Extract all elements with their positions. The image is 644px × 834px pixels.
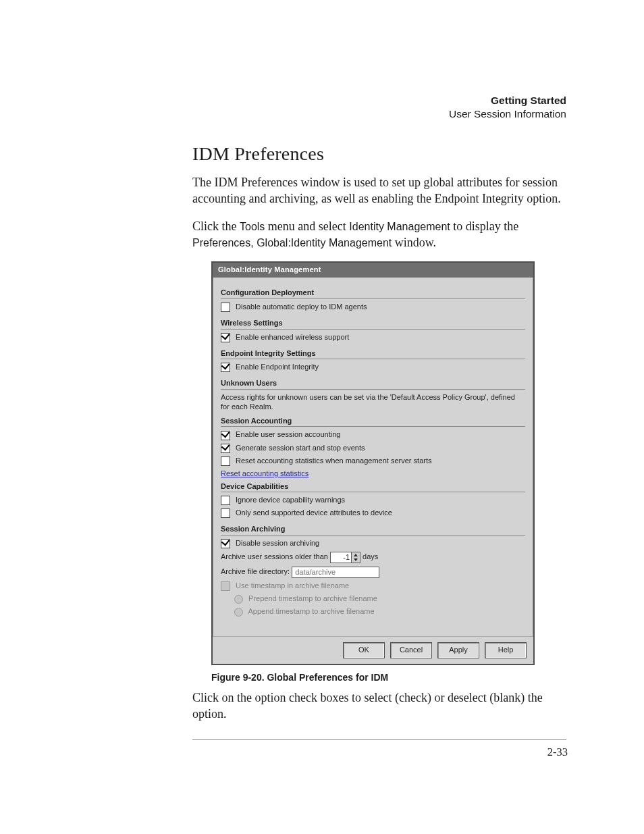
window-name-label: Preferences, Global:Identity Management xyxy=(192,237,392,249)
figure-caption: Figure 9-20. Global Preferences for IDM xyxy=(211,672,566,683)
checkbox-label: Only send supported device attributes to… xyxy=(236,509,392,517)
label-days: days xyxy=(363,553,378,561)
header-section: User Session Information xyxy=(192,108,566,120)
link-reset-accounting-statistics[interactable]: Reset accounting statistics xyxy=(221,469,308,477)
page-title: IDM Preferences xyxy=(192,143,566,165)
input-archive-directory[interactable]: data/archive xyxy=(292,567,379,578)
checkbox-label: Use timestamp in archive filename xyxy=(236,581,349,590)
group-wireless-settings: Wireless Settings xyxy=(221,319,525,330)
page-number: 2-33 xyxy=(192,746,568,759)
group-unknown-users: Unknown Users xyxy=(221,379,525,390)
group-session-accounting: Session Accounting xyxy=(221,417,525,427)
cancel-button[interactable]: Cancel xyxy=(390,642,432,658)
checkbox-disable-auto-deploy[interactable] xyxy=(221,303,230,312)
closing-paragraph: Click on the option check boxes to selec… xyxy=(192,689,566,723)
checkbox-only-supported-attributes[interactable] xyxy=(221,509,230,518)
help-button[interactable]: Help xyxy=(485,642,527,658)
dialog-titlebar: Global:Identity Management xyxy=(213,263,533,278)
intro-paragraph-1: The IDM Preferences window is used to se… xyxy=(192,174,566,207)
checkbox-label: Reset accounting statistics when managem… xyxy=(236,457,431,465)
checkbox-enable-wireless[interactable] xyxy=(221,333,230,342)
checkbox-label: Generate session start and stop events xyxy=(236,444,365,452)
footer-rule xyxy=(192,739,566,740)
checkbox-label: Disable session archiving xyxy=(236,539,319,547)
checkbox-label: Enable Endpoint Integrity xyxy=(236,363,319,371)
text: Click the xyxy=(192,219,240,233)
header-chapter: Getting Started xyxy=(192,95,566,107)
group-endpoint-integrity: Endpoint Integrity Settings xyxy=(221,349,525,360)
spinner-buttons-icon[interactable] xyxy=(351,552,360,563)
group-session-archiving: Session Archiving xyxy=(221,525,525,536)
group-device-capabilities: Device Capabilities xyxy=(221,482,525,493)
text: menu and select xyxy=(265,219,349,233)
checkbox-ignore-capability-warnings[interactable] xyxy=(221,496,230,505)
checkbox-reset-on-start[interactable] xyxy=(221,457,230,466)
radio-label: Append timestamp to archive filename xyxy=(248,607,374,615)
checkbox-use-timestamp xyxy=(221,581,230,591)
group-configuration-deployment: Configuration Deployment xyxy=(221,288,525,299)
ok-button[interactable]: OK xyxy=(343,642,385,658)
radio-append-timestamp xyxy=(234,608,243,617)
checkbox-generate-session-events[interactable] xyxy=(221,444,230,453)
unknown-users-note: Access rights for unknown users can be s… xyxy=(221,393,525,412)
label-archive-older-than: Archive user sessions older than xyxy=(221,553,328,561)
label-archive-file-directory: Archive file directory: xyxy=(221,568,290,576)
checkbox-enable-endpoint-integrity[interactable] xyxy=(221,363,230,372)
checkbox-enable-session-accounting[interactable] xyxy=(221,431,230,440)
apply-button[interactable]: Apply xyxy=(437,642,479,658)
checkbox-disable-session-archiving[interactable] xyxy=(221,539,230,548)
checkbox-label: Disable automatic deploy to IDM agents xyxy=(236,303,367,311)
checkbox-label: Ignore device capability warnings xyxy=(236,496,345,504)
text: window. xyxy=(392,236,436,249)
menu-tools-label: Tools xyxy=(240,221,265,232)
menu-identity-management-label: Identity Management xyxy=(349,221,450,232)
preferences-dialog: Global:Identity Management Configuration… xyxy=(211,261,535,665)
checkbox-label: Enable enhanced wireless support xyxy=(236,333,349,341)
intro-paragraph-2: Click the Tools menu and select Identity… xyxy=(192,218,566,251)
spinner-archive-days[interactable]: -1 xyxy=(330,552,360,563)
checkbox-label: Enable user session accounting xyxy=(236,430,340,438)
text: to display the xyxy=(450,219,519,233)
radio-prepend-timestamp xyxy=(234,595,243,604)
spinner-value: -1 xyxy=(331,552,351,563)
radio-label: Prepend timestamp to archive filename xyxy=(248,594,377,602)
